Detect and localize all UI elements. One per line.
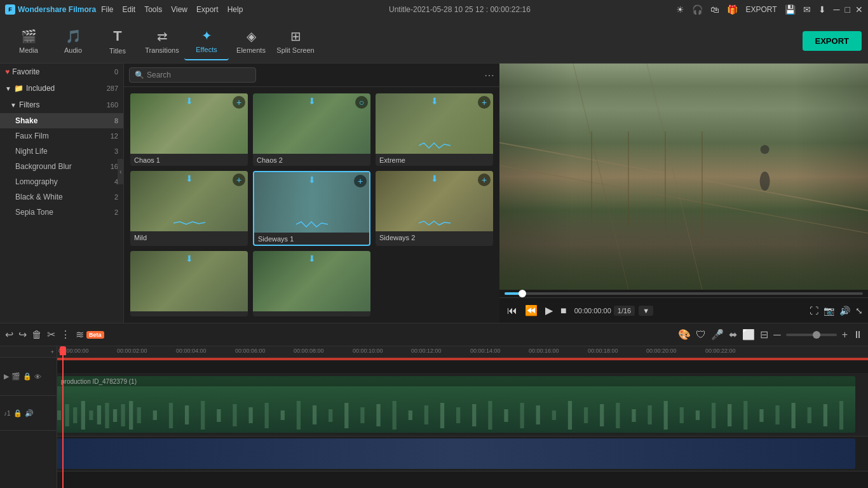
favorite-section[interactable]: ♥ Favorite 0	[0, 64, 123, 80]
sun-icon[interactable]: ☀	[676, 4, 684, 15]
effect-mild-add[interactable]: +	[233, 173, 245, 186]
fullscreen-icon[interactable]: ⛶	[810, 306, 818, 316]
color-grading-icon[interactable]: 🎨	[678, 329, 691, 341]
tab-audio[interactable]: 🎵 Audio	[51, 22, 95, 60]
export-button[interactable]: EXPORT	[803, 31, 862, 51]
effect-sideways2-add[interactable]: +	[478, 173, 491, 186]
zoom-thumb[interactable]	[813, 331, 820, 339]
add-track-button[interactable]: +	[51, 349, 54, 355]
playhead[interactable]	[62, 346, 64, 488]
mic-icon[interactable]: 🎤	[711, 329, 724, 341]
step-back-button[interactable]: ⏮	[505, 305, 520, 316]
preview-icons: ⛶ 📷 🔊 ⤡	[810, 306, 863, 316]
effect-chaos2-add[interactable]: ○	[355, 96, 368, 109]
delete-button[interactable]: 🗑	[32, 329, 42, 341]
mail-icon[interactable]: ✉	[803, 4, 811, 15]
clip-header: production ID_4782379 (1)	[57, 376, 855, 386]
menu-export[interactable]: Export	[196, 5, 219, 14]
effect-mild[interactable]: + ⬇ Mild	[130, 171, 248, 246]
redo-button[interactable]: ↪	[18, 329, 27, 341]
play-button[interactable]: ▶	[543, 304, 555, 316]
pause-all-icon[interactable]: ⏸	[853, 329, 863, 341]
shake-label: Shake	[15, 116, 37, 125]
effect-sideways1[interactable]: + ⬇ Sideways 1	[253, 171, 370, 246]
effect-sideways2-wave	[419, 219, 451, 229]
tab-elements[interactable]: ◈ Elements	[229, 22, 273, 60]
merge-icon[interactable]: ⬌	[729, 329, 737, 341]
search-box[interactable]: 🔍 Search	[129, 67, 256, 83]
menu-tools[interactable]: Tools	[144, 5, 162, 14]
filter-background-blur[interactable]: Background Blur 16	[0, 159, 123, 174]
video-track-play-icon[interactable]: ▶	[4, 372, 9, 381]
video-lock-icon[interactable]: 🔒	[23, 372, 32, 381]
filter-black-white[interactable]: Black & White 2	[0, 189, 123, 205]
menu-help[interactable]: Help	[227, 5, 243, 14]
effect-chaos1[interactable]: + ⬇ Chaos 1	[130, 93, 248, 166]
svg-rect-30	[297, 401, 301, 430]
preview-progress-bar[interactable]	[505, 292, 863, 295]
svg-rect-49	[600, 404, 604, 426]
undo-button[interactable]: ↩	[5, 329, 13, 341]
stop-button[interactable]: ■	[558, 305, 569, 316]
effect-extra2[interactable]: ⬇	[253, 251, 370, 316]
filter-lomography[interactable]: Lomography 4	[0, 174, 123, 189]
close-button[interactable]: ✕	[855, 4, 863, 15]
audio-lock-icon[interactable]: 🔒	[13, 409, 22, 417]
gift-icon[interactable]: 🎁	[727, 4, 738, 15]
progress-thumb[interactable]	[519, 290, 526, 297]
menu-view[interactable]: View	[171, 5, 187, 14]
filter-sepia-tone[interactable]: Sepia Tone 2	[0, 205, 123, 220]
filter-night-life[interactable]: Night Life 3	[0, 144, 123, 159]
zoom-slider[interactable]	[786, 334, 837, 336]
black-white-label: Black & White	[15, 193, 63, 201]
included-section[interactable]: ▼ 📁 Included 287	[0, 80, 123, 97]
menu-file[interactable]: File	[101, 5, 113, 14]
effect-extra1[interactable]: ⬇	[130, 251, 248, 316]
settings-icon[interactable]: ⤡	[855, 306, 863, 316]
video-hide-icon[interactable]: 👁	[34, 373, 41, 381]
volume-icon[interactable]: 🔊	[839, 306, 850, 316]
mosaic-icon[interactable]: ⊟	[760, 329, 768, 341]
audio-mute-icon[interactable]: 🔊	[25, 409, 34, 417]
restore-button[interactable]: □	[845, 4, 850, 15]
filter-faux-film[interactable]: Faux Film 12	[0, 128, 123, 144]
effect-chaos1-add[interactable]: +	[233, 96, 245, 109]
effect-sideways1-add[interactable]: +	[354, 175, 367, 187]
page-info[interactable]: 1/16	[614, 306, 635, 316]
screenshot-icon[interactable]: 📷	[824, 306, 834, 316]
prev-frame-button[interactable]: ⏪	[522, 304, 540, 316]
panel-collapse-button[interactable]: ‹	[118, 159, 124, 184]
page-dropdown[interactable]: ▼	[639, 306, 653, 316]
effect-chaos2[interactable]: ○ ⬇ Chaos 2	[253, 93, 370, 166]
download-icon[interactable]: ⬇	[818, 4, 826, 15]
cut-button[interactable]: ✂	[47, 329, 55, 341]
zoom-in-icon[interactable]: +	[842, 329, 848, 341]
ruler-mark-8: 00:00:16:00	[527, 346, 559, 358]
zoom-out-icon[interactable]: ─	[773, 329, 780, 341]
tab-transitions[interactable]: ⇄ Transitions	[140, 22, 184, 60]
audio-clip[interactable]	[57, 438, 855, 469]
effect-sideways2[interactable]: + ⬇ Sideways 2	[376, 171, 493, 246]
grid-toggle-button[interactable]: ⋯	[484, 69, 494, 81]
tab-split-screen[interactable]: ⊞ Split Screen	[273, 22, 318, 60]
tab-titles[interactable]: T Titles	[95, 22, 140, 60]
shop-icon[interactable]: 🛍	[710, 4, 719, 15]
effect-extreme-add[interactable]: +	[478, 96, 491, 109]
svg-rect-64	[839, 401, 843, 430]
filter-shake[interactable]: Shake 8	[0, 113, 123, 128]
tab-effects[interactable]: ✦ Effects	[184, 22, 229, 60]
subtitle-icon[interactable]: ⬜	[742, 329, 755, 341]
menu-edit[interactable]: Edit	[122, 5, 135, 14]
login-button[interactable]: EXPORT	[745, 5, 776, 14]
save-icon[interactable]: 💾	[785, 4, 796, 15]
shield-icon[interactable]: 🛡	[696, 329, 706, 341]
tab-media[interactable]: 🎬 Media	[6, 22, 51, 60]
headset-icon[interactable]: 🎧	[692, 4, 703, 15]
minimize-button[interactable]: ─	[834, 4, 840, 15]
filters-section[interactable]: ▼ Filters 160	[0, 97, 123, 113]
effect-extreme[interactable]: + ⬇ Extreme	[376, 93, 493, 166]
effect-sideways1-wave	[296, 220, 328, 230]
audio-button[interactable]: ≋ Beta	[76, 329, 104, 341]
split-button[interactable]: ⋮	[60, 329, 71, 341]
video-clip[interactable]: production ID_4782379 (1)	[57, 376, 855, 433]
